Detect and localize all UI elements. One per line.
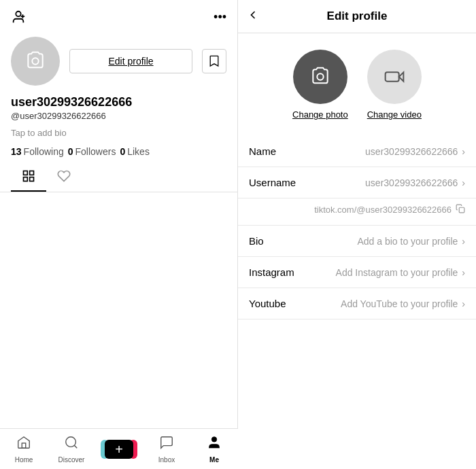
bio-section[interactable]: Tap to add bio [0,122,237,143]
likes-count: 0 [120,146,125,157]
instagram-label: Instagram [249,266,303,278]
video-circle [367,50,422,104]
bio-label: Bio [249,235,303,247]
me-label: Me [209,456,219,464]
username-section: user30299326622666 @user30299326622666 [0,92,237,122]
nav-discover[interactable]: Discover [48,435,95,464]
name-value: user30299326622666 [303,146,458,157]
followers-count: 0 [68,146,73,157]
url-row: tiktok.com/@user30299326622666 [238,198,476,226]
edit-profile-header: Edit profile [238,0,476,33]
svg-point-0 [16,12,20,16]
chevron-right-icon: › [462,236,465,247]
youtube-label: Youtube [249,298,303,309]
username-label: Username [249,177,303,188]
chevron-right-icon: › [462,267,465,278]
username-handle: @user30299326622666 [11,111,226,121]
tabs-section [0,162,237,192]
bio-placeholder: Tap to add bio [11,128,67,138]
add-user-button[interactable] [11,10,26,24]
followers-stat[interactable]: 0 Followers [68,146,116,157]
change-video-label: Change video [367,109,422,120]
bottom-nav: Home Discover + Inb [0,428,238,469]
nav-me[interactable]: Me [190,435,238,464]
nav-home[interactable]: Home [0,435,48,464]
left-panel: ••• Edit profile user30299326622666 @use… [0,0,238,469]
posts-icon [22,174,35,185]
inbox-icon [159,435,174,454]
svg-rect-7 [30,177,34,181]
chevron-right-icon: › [462,298,465,309]
nav-inbox[interactable]: Inbox [143,435,190,464]
change-video-option[interactable]: Change video [367,50,422,120]
photo-options: Change photo Change video [238,33,476,131]
discover-icon [64,435,79,454]
svg-point-11 [211,436,216,441]
svg-rect-5 [30,171,34,175]
instagram-value: Add Instagram to your profile [303,267,458,278]
nav-create[interactable]: + [95,440,143,459]
chevron-right-icon: › [462,146,465,157]
likes-label: Likes [127,146,150,157]
svg-rect-4 [24,171,28,175]
following-stat[interactable]: 13 Following [11,146,64,157]
username-display: user30299326622666 [11,95,226,109]
svg-rect-6 [24,177,28,181]
left-header: ••• [0,0,237,30]
profile-url: tiktok.com/@user30299326622666 [314,205,452,215]
following-label: Following [24,146,64,157]
field-name[interactable]: Name user30299326622666 › [238,136,476,167]
change-photo-option[interactable]: Change photo [292,50,348,120]
chevron-right-icon: › [462,177,465,188]
field-instagram[interactable]: Instagram Add Instagram to your profile … [238,257,476,288]
create-button[interactable]: + [105,440,133,459]
svg-rect-13 [385,72,398,81]
back-button[interactable] [246,8,260,25]
youtube-value: Add YouTube to your profile [303,298,458,309]
svg-rect-15 [459,207,464,213]
field-username[interactable]: Username user30299326622666 › [238,167,476,198]
change-photo-label: Change photo [292,109,348,120]
svg-point-12 [317,73,323,80]
page-title: Edit profile [249,10,465,23]
plus-icon: + [115,442,123,456]
following-count: 13 [11,146,22,157]
me-icon [207,435,222,454]
inbox-label: Inbox [158,456,175,464]
photo-circle [293,50,347,104]
home-label: Home [15,456,33,464]
name-label: Name [249,145,303,157]
liked-icon [57,174,71,185]
svg-rect-8 [22,442,26,447]
followers-label: Followers [75,146,116,157]
copy-icon[interactable] [456,204,465,215]
tab-posts[interactable] [11,162,46,192]
home-icon [16,435,31,454]
svg-line-10 [74,445,77,448]
bio-value: Add a bio to your profile [303,236,458,247]
edit-profile-button[interactable]: Edit profile [69,49,192,73]
profile-section: Edit profile [0,30,237,92]
content-area [0,192,237,469]
stats-section: 13 Following 0 Followers 0 Likes [0,143,237,162]
more-icon: ••• [214,10,226,24]
more-options-button[interactable]: ••• [214,10,226,24]
svg-point-3 [32,58,38,64]
tab-liked[interactable] [46,162,82,192]
field-bio[interactable]: Bio Add a bio to your profile › [238,226,476,257]
right-panel: Edit profile Change photo Change video [238,0,476,469]
svg-marker-14 [398,72,403,81]
username-value: user30299326622666 [303,177,458,188]
likes-stat[interactable]: 0 Likes [120,146,149,157]
avatar [11,37,60,86]
field-youtube[interactable]: Youtube Add YouTube to your profile › [238,288,476,319]
profile-fields: Name user30299326622666 › Username user3… [238,131,476,325]
discover-label: Discover [58,456,85,464]
svg-point-9 [66,436,76,447]
bookmark-button[interactable] [202,49,226,73]
